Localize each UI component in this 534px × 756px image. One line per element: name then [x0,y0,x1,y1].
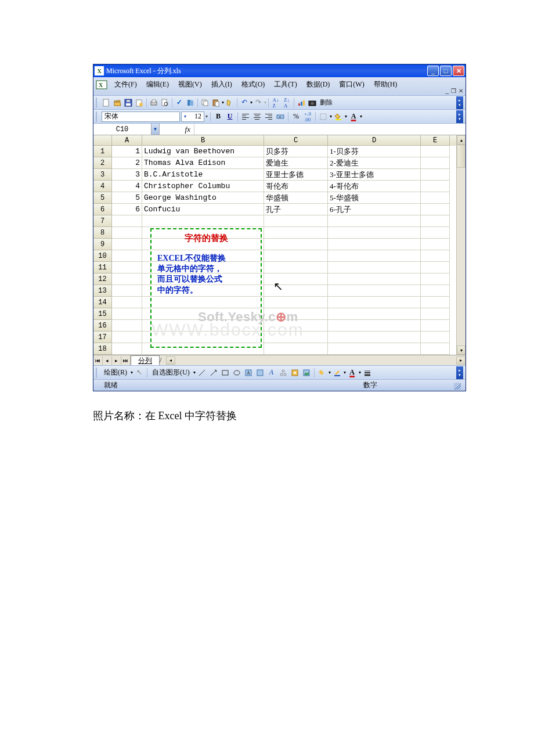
cell[interactable] [142,285,264,297]
menu-insert[interactable]: 插入(I) [207,78,237,91]
cell[interactable] [328,285,421,297]
copy-icon[interactable] [200,98,210,108]
cell[interactable] [264,332,328,343]
align-center-icon[interactable] [252,111,262,122]
preview-icon[interactable] [160,98,170,108]
row-header[interactable]: 13 [93,285,112,297]
cell[interactable] [264,308,328,320]
font-color-icon[interactable]: A [347,368,358,378]
tab-nav-last-icon[interactable]: ⏭ [121,356,131,365]
cell[interactable]: 2 [112,157,142,169]
cell[interactable] [112,227,142,239]
cell[interactable] [112,273,142,285]
cell[interactable] [112,297,142,308]
col-header-c[interactable]: C [264,135,328,146]
row-header[interactable]: 17 [93,332,112,343]
cell[interactable] [264,297,328,308]
borders-icon[interactable] [318,111,329,122]
col-header-a[interactable]: A [112,135,142,146]
cell[interactable] [142,297,264,308]
menu-edit[interactable]: 编辑(E) [142,78,174,91]
fx-label[interactable]: fx [160,124,194,135]
tab-nav-next-icon[interactable]: ▸ [112,356,121,365]
col-header-e[interactable]: E [421,135,450,146]
line-icon[interactable] [197,368,207,378]
resize-grip-icon[interactable] [453,381,461,390]
doc-close-button[interactable]: ✕ [459,88,463,94]
cell[interactable] [264,215,328,227]
cell[interactable] [421,215,450,227]
menu-tools[interactable]: 工具(T) [269,78,301,91]
cell[interactable]: 贝多芬 [264,146,328,157]
cell[interactable]: Christopher Columbu [142,181,264,192]
cell[interactable] [112,308,142,320]
toolbar-handle[interactable] [96,368,99,378]
cell[interactable] [328,239,421,250]
cell[interactable]: 华盛顿 [264,192,328,204]
row-header[interactable]: 5 [93,192,112,204]
fill-color-icon[interactable] [333,111,344,122]
arrow-icon[interactable] [208,368,219,378]
cell[interactable]: Ludwig van Beethoven [142,146,264,157]
select-tool-icon[interactable]: ↖ [134,368,145,378]
rectangle-icon[interactable] [220,368,230,378]
cell[interactable] [112,343,142,355]
cell[interactable]: 5 [112,192,142,204]
print-icon[interactable] [149,98,159,108]
cell[interactable]: 哥伦布 [264,181,328,192]
cell[interactable] [328,343,421,355]
cell[interactable] [264,273,328,285]
open-icon[interactable] [112,98,122,108]
cell[interactable] [264,262,328,273]
cell[interactable] [421,332,450,343]
toolbar-handle[interactable] [96,111,99,122]
name-box[interactable]: C10 [93,124,151,135]
cell[interactable]: 亚里士多德 [264,169,328,181]
align-left-icon[interactable] [240,111,251,122]
font-name-select[interactable]: 宋体 [102,111,180,122]
cell[interactable] [112,285,142,297]
line-style-icon[interactable] [362,368,373,378]
cell[interactable] [328,262,421,273]
cell[interactable] [112,239,142,250]
cell[interactable] [328,297,421,308]
bold-button[interactable]: B [213,111,223,122]
increase-decimal-icon[interactable]: +.0.00 [302,111,313,122]
tab-nav-prev-icon[interactable]: ◂ [103,356,112,365]
vertical-textbox-icon[interactable] [255,368,265,378]
cell[interactable]: Thomas Alva Edison [142,157,264,169]
cell[interactable]: 1 [112,146,142,157]
sort-desc-icon[interactable]: Z↓A [282,98,292,108]
row-header[interactable]: 2 [93,157,112,169]
cell[interactable]: B.C.Aristotle [142,169,264,181]
scroll-thumb[interactable] [457,145,466,168]
merge-center-icon[interactable]: a [275,111,286,122]
cell[interactable]: 3 [112,169,142,181]
diagram-icon[interactable] [278,368,288,378]
cell[interactable] [112,250,142,262]
cell[interactable] [142,332,264,343]
cell[interactable] [142,239,264,250]
formula-input[interactable] [194,124,466,135]
cell[interactable] [421,297,450,308]
cell[interactable] [142,262,264,273]
wordart-icon[interactable]: A [266,368,277,378]
textbox-icon[interactable]: A [243,368,254,378]
cell[interactable] [142,308,264,320]
cell[interactable]: 1-贝多芬 [328,146,421,157]
cell[interactable]: 6 [112,204,142,215]
format-painter-icon[interactable] [225,98,235,108]
toolbar-expand-icon[interactable]: ▸▾ [456,96,463,109]
row-header[interactable]: 7 [93,215,112,227]
cell[interactable] [421,227,450,239]
cell[interactable]: 3-亚里士多德 [328,169,421,181]
font-size-drop-icon[interactable]: ▾ [205,114,208,119]
cell[interactable] [421,320,450,332]
save-icon[interactable] [123,98,134,108]
cell[interactable] [264,343,328,355]
row-header[interactable]: 10 [93,250,112,262]
menu-file[interactable]: 文件(F) [110,78,142,91]
name-box-drop-icon[interactable]: ▼ [151,124,160,135]
cell[interactable] [328,215,421,227]
cell[interactable] [142,273,264,285]
